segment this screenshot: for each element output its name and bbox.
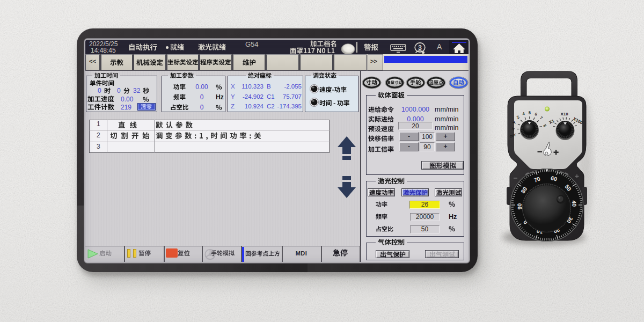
svg-text:5: 5 [529,110,531,115]
svg-text:X10: X10 [560,112,568,116]
svg-text:40: 40 [571,200,578,207]
svg-text:90: 90 [516,203,523,209]
